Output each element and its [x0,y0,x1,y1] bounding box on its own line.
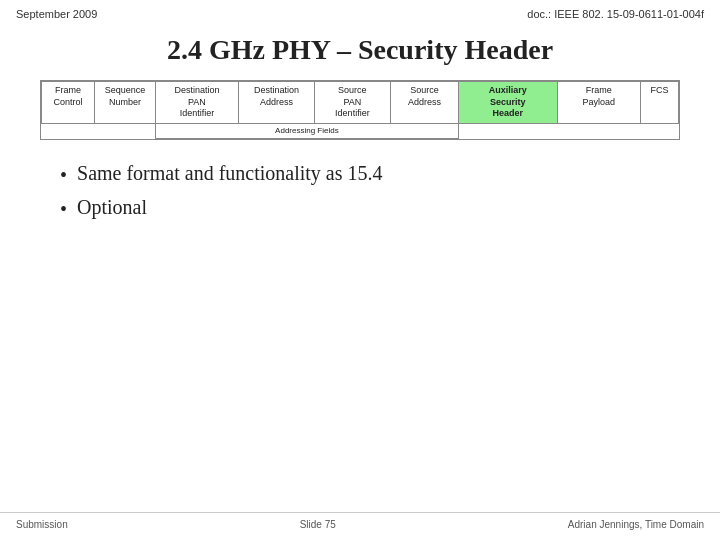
frame-format-table: FrameControl SequenceNumber DestinationP… [41,81,679,139]
footer-submission: Submission [16,519,68,530]
cell-src-pan-id: SourcePANIdentifier [314,82,390,124]
bullet-item-1: Same format and functionality as 15.4 [60,162,660,188]
cell-frame-payload: FramePayload [557,82,640,124]
cell-dst-address: DestinationAddress [239,82,315,124]
cell-seq-number: SequenceNumber [95,82,156,124]
footer-author: Adrian Jennings, Time Domain [568,519,704,530]
cell-aux-security: AuxiliarySecurityHeader [459,82,558,124]
header-date: September 2009 [16,8,97,20]
cell-fcs: FCS [641,82,679,124]
cell-src-address: SourceAddress [390,82,458,124]
bullet-text-1: Same format and functionality as 15.4 [77,162,382,185]
cell-dst-pan-id: DestinationPANIdentifier [155,82,238,124]
bullet-list: Same format and functionality as 15.4 Op… [60,162,660,222]
frame-fields-row: FrameControl SequenceNumber DestinationP… [42,82,679,124]
footer-bar: Submission Slide 75 Adrian Jennings, Tim… [0,512,720,530]
bullet-item-2: Optional [60,196,660,222]
frame-table-container: FrameControl SequenceNumber DestinationP… [40,80,680,140]
bullet-text-2: Optional [77,196,147,219]
slide-title: 2.4 GHz PHY – Security Header [40,34,680,66]
cell-frame-control: FrameControl [42,82,95,124]
addressing-row: Addressing Fields [42,124,679,139]
bullet-section: Same format and functionality as 15.4 Op… [60,162,660,222]
addressing-label: Addressing Fields [275,126,339,135]
header-doc: doc.: IEEE 802. 15-09-0611-01-004f [527,8,704,20]
footer-slide: Slide 75 [300,519,336,530]
